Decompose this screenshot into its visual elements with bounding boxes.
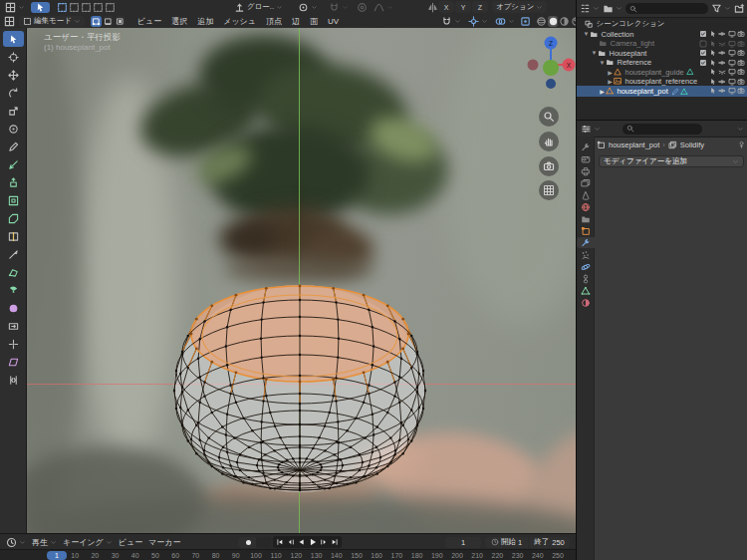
tool-knife[interactable] xyxy=(3,246,24,262)
tool-extrude-region[interactable] xyxy=(3,174,24,190)
eye-icon[interactable] xyxy=(718,87,726,95)
play-button[interactable] xyxy=(308,537,318,547)
wireframe-shading-icon[interactable] xyxy=(536,16,547,27)
tool-edge-slide[interactable] xyxy=(3,318,24,334)
tool-loop-cut[interactable] xyxy=(3,228,24,244)
outliner-search-input[interactable] xyxy=(625,3,708,14)
gizmos-toggle[interactable] xyxy=(465,15,491,27)
tool-spin[interactable] xyxy=(3,282,24,298)
tool-shrink-fatten[interactable] xyxy=(3,336,24,352)
gizmo-minus-z[interactable] xyxy=(546,79,556,89)
camera-view-button[interactable] xyxy=(539,156,559,176)
outliner-row-reference[interactable]: ▼ Reference xyxy=(577,58,747,68)
playhead-current-frame[interactable]: 1 xyxy=(47,551,67,560)
viewport-disable-icon[interactable] xyxy=(728,78,736,86)
disclosure-triangle[interactable]: ▶ xyxy=(607,69,614,76)
select-subtract-icon[interactable] xyxy=(81,2,92,13)
tab-output[interactable] xyxy=(577,165,595,176)
editor-type-button[interactable] xyxy=(2,1,28,13)
render-icon[interactable] xyxy=(737,87,745,95)
selectable-icon[interactable] xyxy=(709,40,717,48)
breadcrumb-object[interactable]: houseplant_pot xyxy=(609,140,659,149)
chevron-down-icon[interactable] xyxy=(737,126,744,133)
tab-world[interactable] xyxy=(577,201,595,212)
add-modifier-button[interactable]: モディファイアーを追加 xyxy=(599,155,744,167)
menu-uv[interactable]: UV xyxy=(323,17,344,26)
selectable-icon[interactable] xyxy=(709,30,717,38)
exclude-checkbox-icon[interactable] xyxy=(699,59,707,67)
tab-physics[interactable] xyxy=(577,261,595,272)
frame-start-field[interactable]: 開始 1 xyxy=(485,537,528,548)
tab-material[interactable] xyxy=(577,297,595,308)
overlays-toggle[interactable] xyxy=(492,15,518,27)
tool-annotate[interactable] xyxy=(3,139,24,154)
disclosure-triangle[interactable]: ▼ xyxy=(599,60,606,66)
menu-playback[interactable]: 再生 xyxy=(29,536,60,548)
tab-tool[interactable] xyxy=(577,141,595,152)
tab-modifiers-active[interactable] xyxy=(577,237,595,248)
jump-to-start-button[interactable] xyxy=(275,537,285,547)
outliner-row-camera-light[interactable]: Camera_light xyxy=(577,39,747,49)
outliner-filter-dropdown[interactable] xyxy=(711,3,731,15)
eye-icon[interactable] xyxy=(718,78,726,86)
tool-transform[interactable] xyxy=(3,121,24,137)
tab-render[interactable] xyxy=(577,153,595,164)
tool-move[interactable] xyxy=(3,67,24,83)
disclosure-triangle[interactable]: ▼ xyxy=(591,50,598,56)
solid-shading-button[interactable] xyxy=(548,16,558,27)
outliner-row-houseplant-reference[interactable]: ▶ houseplant_reference xyxy=(577,77,747,87)
xray-toggle[interactable] xyxy=(519,15,532,27)
mirror-y-button[interactable]: Y xyxy=(455,1,471,13)
select-invert-icon[interactable] xyxy=(93,2,104,13)
outliner-row-houseplant-pot-selected[interactable]: ▶ houseplant_pot xyxy=(577,86,747,97)
material-shading-icon[interactable] xyxy=(559,16,570,27)
menu-timeline-view[interactable]: ビュー xyxy=(116,536,145,548)
tool-rotate[interactable] xyxy=(3,85,24,101)
viewport-disable-icon[interactable] xyxy=(728,87,736,95)
frame-end-field[interactable]: 終了 250 xyxy=(529,537,570,548)
eye-icon[interactable] xyxy=(718,59,726,67)
menu-vertex[interactable]: 頂点 xyxy=(261,16,287,27)
outliner-row-collection[interactable]: ▼ Collection xyxy=(577,29,747,39)
navigation-gizmo[interactable]: X Z xyxy=(523,33,576,95)
tab-object-data[interactable] xyxy=(577,285,595,296)
tool-cursor[interactable] xyxy=(3,49,24,65)
tool-rip-region[interactable] xyxy=(3,372,24,388)
eye-closed-icon[interactable] xyxy=(718,68,726,76)
menu-face[interactable]: 面 xyxy=(305,16,323,27)
keying-set-button[interactable] xyxy=(256,537,271,548)
exclude-checkbox-icon[interactable] xyxy=(699,40,707,48)
select-intersect-icon[interactable] xyxy=(105,2,116,13)
proportional-edit-toggle[interactable] xyxy=(354,1,371,13)
timeline-ruler[interactable]: 1 10203040506070809010011012013014015016… xyxy=(0,549,576,560)
pot-mesh-wireframe[interactable] xyxy=(27,28,576,533)
exclude-checkbox-icon[interactable] xyxy=(699,30,707,38)
render-icon[interactable] xyxy=(737,30,745,38)
options-button[interactable]: オプション xyxy=(492,1,547,13)
tab-object[interactable] xyxy=(577,225,595,236)
tool-shear[interactable] xyxy=(3,354,24,370)
menu-edge[interactable]: 辺 xyxy=(287,16,305,27)
proportional-falloff-dropdown[interactable] xyxy=(371,1,396,13)
pan-button[interactable] xyxy=(539,132,559,151)
viewport-disable-icon[interactable] xyxy=(728,59,736,67)
viewport-disable-icon[interactable] xyxy=(728,40,736,48)
current-frame-field[interactable]: 1 xyxy=(445,537,481,548)
timeline-editor-dropdown[interactable] xyxy=(3,536,29,548)
gizmo-minus-x[interactable] xyxy=(528,60,539,71)
selectable-icon[interactable] xyxy=(709,59,717,67)
pivot-point-dropdown[interactable] xyxy=(295,1,321,13)
selectable-icon[interactable] xyxy=(709,87,717,95)
tool-measure[interactable] xyxy=(3,156,24,172)
eye-icon[interactable] xyxy=(718,30,726,38)
eye-icon[interactable] xyxy=(718,49,726,57)
outliner-display-dropdown[interactable] xyxy=(603,3,622,15)
next-keyframe-button[interactable] xyxy=(319,537,329,547)
tab-particles[interactable] xyxy=(577,249,595,260)
render-icon[interactable] xyxy=(737,59,745,67)
eye-closed-icon[interactable] xyxy=(718,40,726,48)
outliner-row-scene-collection[interactable]: シーンコレクション xyxy=(577,19,747,29)
select-new-icon[interactable] xyxy=(57,2,68,13)
active-tool-button[interactable] xyxy=(31,2,50,13)
properties-editor-dropdown[interactable] xyxy=(581,123,601,135)
